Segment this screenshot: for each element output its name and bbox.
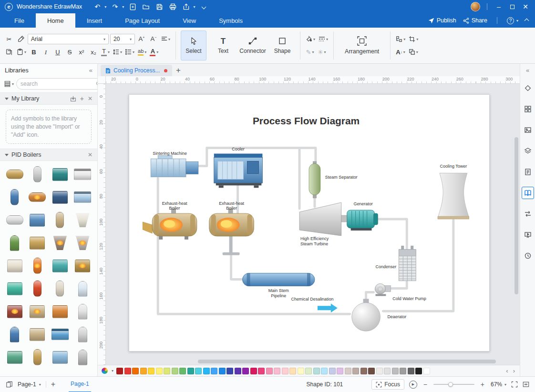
collapse-ribbon-button[interactable] [525, 19, 528, 22]
library-symbol[interactable] [72, 255, 94, 277]
library-symbol[interactable] [4, 278, 26, 300]
palette-next-icon[interactable]: › [512, 367, 516, 374]
bullet-list-button[interactable]: ▾ [124, 47, 135, 57]
library-symbol[interactable] [4, 346, 26, 368]
line-style-button[interactable]: ▾ [318, 34, 329, 44]
line-spacing-button[interactable]: ▾ [112, 47, 123, 57]
menu-tab-file[interactable]: File [3, 13, 36, 28]
library-symbol[interactable] [27, 255, 49, 277]
increase-font-button[interactable]: A+ [136, 34, 147, 44]
publish-button[interactable]: Publish [428, 17, 456, 24]
library-symbol[interactable] [4, 232, 26, 254]
library-symbol[interactable] [49, 209, 71, 231]
copy-button[interactable] [4, 47, 14, 57]
menu-tab-symbols[interactable]: Symbols [207, 13, 254, 28]
redo-caret-icon[interactable]: ▾ [122, 5, 124, 9]
superscript-button[interactable]: x² [76, 47, 87, 57]
color-swatch[interactable] [132, 368, 139, 374]
shape-condenser[interactable] [399, 246, 416, 281]
color-swatch[interactable] [337, 368, 343, 374]
highlight-button[interactable]: ab▾ [137, 47, 147, 57]
color-swatch[interactable] [258, 368, 265, 374]
label-chemical-desalination[interactable]: Chemical Desalination [291, 297, 333, 302]
shape-steam-separator[interactable] [309, 161, 320, 198]
library-symbol[interactable] [72, 301, 94, 322]
library-symbol[interactable] [27, 186, 49, 208]
color-swatch[interactable] [219, 368, 226, 374]
presentation-panel-button[interactable] [522, 229, 534, 241]
collapse-triangle-icon[interactable] [5, 154, 9, 156]
library-symbol[interactable] [4, 186, 26, 208]
import-icon[interactable] [70, 96, 76, 102]
zoom-level-select[interactable]: 67%▾ [491, 381, 506, 388]
library-symbol[interactable] [27, 209, 49, 231]
text-style-button[interactable]: T▾ [100, 47, 111, 57]
library-symbol[interactable] [72, 346, 94, 368]
color-swatch[interactable] [384, 368, 391, 374]
italic-button[interactable]: I [41, 47, 51, 57]
shape-desalination-arrow[interactable] [318, 303, 338, 312]
color-swatch[interactable] [148, 368, 154, 374]
shape-generator[interactable] [347, 210, 378, 231]
library-symbol[interactable] [49, 163, 71, 185]
shape-deaerator[interactable] [352, 299, 381, 331]
help-button[interactable]: ?▾ [507, 17, 518, 24]
library-symbol[interactable] [27, 301, 49, 322]
tool-connector[interactable]: Connector [240, 30, 266, 60]
open-file-button[interactable] [141, 1, 151, 12]
library-symbol[interactable] [49, 186, 71, 208]
new-document-tab-button[interactable]: + [176, 66, 181, 75]
style-panel-button[interactable] [522, 82, 534, 94]
color-swatch[interactable] [242, 368, 249, 374]
color-swatch[interactable] [408, 368, 414, 374]
export-button[interactable] [181, 1, 191, 12]
layers-panel-button[interactable] [522, 145, 534, 157]
diagram-title[interactable]: Process Flow Diagram [253, 115, 360, 126]
label-generator[interactable]: Generator [353, 201, 372, 206]
color-swatch[interactable] [313, 368, 320, 374]
color-swatch[interactable] [289, 368, 296, 374]
label-main-pipeline[interactable]: Pipeline [271, 293, 286, 298]
decrease-font-button[interactable]: A− [148, 34, 159, 44]
color-swatch[interactable] [156, 368, 163, 374]
page-overview-button[interactable] [6, 381, 13, 388]
color-picker-icon[interactable] [102, 368, 108, 374]
shape-cold-water-pump[interactable] [375, 284, 391, 296]
library-symbol[interactable] [4, 255, 26, 277]
export-caret-icon[interactable]: ▾ [193, 5, 195, 9]
color-swatch[interactable] [329, 368, 336, 374]
library-symbol[interactable] [4, 301, 26, 322]
color-swatch[interactable] [187, 368, 194, 374]
undo-caret-icon[interactable]: ▾ [104, 5, 106, 9]
search-box[interactable] [16, 78, 98, 90]
color-swatch[interactable] [345, 368, 351, 374]
label-sintering-machine[interactable]: Sintering Machine [153, 151, 187, 156]
library-symbol[interactable] [49, 346, 71, 368]
add-page-button[interactable]: + [51, 380, 55, 389]
strikethrough-button[interactable]: S [64, 47, 75, 57]
library-symbol[interactable] [49, 323, 71, 345]
color-swatch[interactable] [423, 368, 430, 374]
shape-sintering-machine[interactable] [151, 156, 198, 177]
share-button[interactable]: Share [463, 17, 487, 24]
color-swatch[interactable] [282, 368, 288, 374]
fit-window-button[interactable] [523, 381, 529, 388]
toolbar-more-button[interactable] [199, 1, 208, 12]
library-symbol[interactable] [49, 232, 71, 254]
label-boiler-1[interactable]: Boiler [169, 206, 180, 211]
presentation-play-button[interactable]: ▶ [409, 381, 417, 389]
menu-tab-insert[interactable]: Insert [75, 13, 114, 28]
color-swatch[interactable] [195, 368, 202, 374]
color-swatch[interactable] [368, 368, 375, 374]
cut-button[interactable]: ✂ [4, 34, 14, 44]
page-selector[interactable]: Page-1▾ [18, 381, 41, 388]
add-symbol-icon[interactable]: + [80, 95, 84, 102]
history-panel-button[interactable] [522, 250, 534, 262]
crop-button[interactable]: ▾ [408, 34, 419, 44]
effects-button[interactable]: ✳▾ [317, 47, 327, 57]
collapse-left-panel-icon[interactable]: « [89, 67, 93, 74]
text-align-button[interactable]: ▾ [160, 34, 171, 44]
label-boiler-1[interactable]: Exhaust-heat [162, 201, 187, 206]
library-symbol[interactable] [72, 278, 94, 300]
vertical-scrollbar[interactable] [514, 137, 518, 294]
